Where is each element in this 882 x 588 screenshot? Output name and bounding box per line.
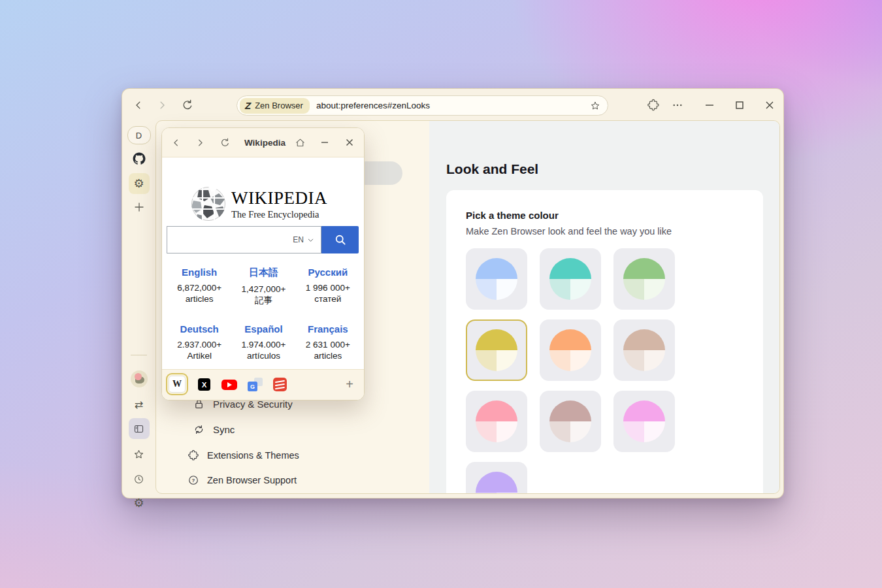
swatch-pie xyxy=(549,400,591,442)
theme-swatch-teal[interactable] xyxy=(540,248,601,310)
settings-content: Look and Feel Pick a theme colour Make Z… xyxy=(429,121,779,493)
panel-back-icon[interactable] xyxy=(168,128,184,157)
bookmarks-star-icon[interactable] xyxy=(122,449,155,460)
wikipedia-search-input[interactable]: EN xyxy=(167,226,321,253)
sidebar-item-sync[interactable]: Sync xyxy=(193,423,235,436)
dock-wikipedia-active[interactable]: W xyxy=(166,373,188,395)
workspace-switch-icon[interactable]: ⇄ xyxy=(122,400,155,410)
panel-dock: W X G + xyxy=(162,369,364,400)
minimize-button[interactable] xyxy=(704,99,715,111)
wiki-language-german[interactable]: Deutsch 2.937.000+ Artikel xyxy=(167,323,231,361)
dock-youtube-icon[interactable] xyxy=(221,380,237,390)
back-icon[interactable] xyxy=(133,99,144,111)
question-icon: ? xyxy=(188,474,199,486)
language-code: EN xyxy=(293,235,304,244)
forward-icon[interactable] xyxy=(156,99,168,111)
panel-minimize-icon[interactable] xyxy=(317,128,333,157)
settings-gear-icon[interactable]: ⚙ xyxy=(122,497,155,509)
theme-swatch-tan[interactable] xyxy=(613,319,675,381)
workspace-sidebar: D ⚙ ⇄ xyxy=(122,120,155,498)
history-clock-icon[interactable] xyxy=(122,474,155,485)
svg-text:?: ? xyxy=(192,478,195,483)
theme-swatch-yellow-selected[interactable] xyxy=(466,319,527,381)
search-icon xyxy=(334,233,347,246)
sidebar-item-label: Zen Browser Support xyxy=(207,475,297,485)
panel-forward-icon[interactable] xyxy=(192,128,208,157)
sidebar-divider xyxy=(131,355,147,355)
card-title: Pick a theme colour xyxy=(466,210,743,221)
theme-swatch-grid xyxy=(466,248,743,494)
site-identity-pill[interactable]: Z Zen Browser xyxy=(240,98,310,114)
sync-icon xyxy=(193,423,205,436)
swatch-pie xyxy=(476,472,517,494)
wikipedia-language-grid: English 6,872,000+ articles 日本語 1,427,00… xyxy=(167,267,360,361)
url-bar[interactable]: Z Zen Browser about:preferences#zenLooks xyxy=(237,95,608,116)
theme-swatch-orange[interactable] xyxy=(540,319,601,381)
wiki-language-french[interactable]: Français 2 631 000+ articles xyxy=(296,323,360,361)
theme-swatch-blue[interactable] xyxy=(466,248,527,310)
wikipedia-w-icon: W xyxy=(169,376,186,393)
panel-close-icon[interactable] xyxy=(342,128,357,157)
workspace-pill[interactable]: D xyxy=(122,126,155,144)
theme-swatch-purple[interactable] xyxy=(466,462,527,494)
dock-add-panel-button[interactable]: + xyxy=(346,377,353,392)
card-subtitle: Make Zen Browser look and feel the way y… xyxy=(466,226,743,237)
sidebar-toggle-active[interactable] xyxy=(122,418,155,439)
dock-translate-icon[interactable]: G xyxy=(248,378,263,391)
swatch-pie xyxy=(549,329,591,371)
theme-swatch-mauve[interactable] xyxy=(540,391,601,452)
wiki-language-russian[interactable]: Русский 1 996 000+ статей xyxy=(296,267,360,306)
swatch-pie xyxy=(476,258,517,300)
swatch-pie xyxy=(623,329,665,371)
swatch-pie xyxy=(476,400,517,442)
language-selector[interactable]: EN xyxy=(293,235,314,244)
site-identity-label: Zen Browser xyxy=(255,101,303,110)
profile-avatar[interactable] xyxy=(122,370,155,387)
panel-home-icon[interactable] xyxy=(292,128,308,157)
zen-logo-icon: Z xyxy=(245,101,251,110)
sidebar-item-label: Sync xyxy=(213,424,235,435)
wiki-language-spanish[interactable]: Español 1.974.000+ artículos xyxy=(231,323,295,361)
swatch-pie xyxy=(549,258,591,300)
web-panel-window: Wikipedia xyxy=(161,127,365,400)
panel-titlebar[interactable]: Wikipedia xyxy=(162,128,364,157)
sidebar-item-support[interactable]: ? Zen Browser Support xyxy=(188,474,297,486)
wikipedia-search-button[interactable] xyxy=(321,226,359,253)
panel-title: Wikipedia xyxy=(244,128,286,157)
swatch-pie xyxy=(623,258,665,300)
theme-swatch-green[interactable] xyxy=(613,248,675,310)
puzzle-icon xyxy=(188,449,199,461)
settings-pinned-tab-active[interactable]: ⚙ xyxy=(122,173,155,194)
swatch-pie xyxy=(623,400,665,442)
new-tab-button[interactable] xyxy=(122,201,155,213)
dock-x-twitter-icon[interactable]: X xyxy=(198,378,210,391)
translate-blue-square: G xyxy=(248,382,257,391)
maximize-button[interactable] xyxy=(734,99,745,111)
panel-reload-icon[interactable] xyxy=(217,128,233,157)
close-button[interactable] xyxy=(764,99,775,111)
avatar-dot xyxy=(135,373,142,380)
wikipedia-wordmark: WIKIPEDIA xyxy=(231,188,327,208)
wiki-language-japanese[interactable]: 日本語 1,427,000+ 記事 xyxy=(231,267,295,306)
dock-todoist-icon[interactable] xyxy=(273,378,287,391)
sidebar-item-extensions-themes[interactable]: Extensions & Themes xyxy=(188,449,299,461)
workspace-letter: D xyxy=(136,131,142,140)
wiki-language-english[interactable]: English 6,872,000+ articles xyxy=(167,267,231,306)
sidebar-item-label: Extensions & Themes xyxy=(207,450,299,461)
theme-swatch-magenta[interactable] xyxy=(613,391,675,452)
theme-colour-card: Pick a theme colour Make Zen Browser loo… xyxy=(446,190,763,494)
github-pinned-tab[interactable] xyxy=(122,152,155,165)
swatch-pie xyxy=(476,329,517,371)
gear-icon: ⚙ xyxy=(133,178,144,189)
page-title: Look and Feel xyxy=(446,161,538,177)
menu-ellipsis-icon[interactable] xyxy=(672,99,683,111)
wikipedia-tagline: The Free Encyclopedia xyxy=(231,209,319,220)
url-text[interactable]: about:preferences#zenLooks xyxy=(316,101,590,110)
play-triangle xyxy=(227,382,232,387)
bookmark-star-icon[interactable] xyxy=(590,101,600,111)
desktop-background: Z Zen Browser about:preferences#zenLooks xyxy=(0,0,882,588)
extensions-puzzle-icon[interactable] xyxy=(647,99,660,112)
reload-icon[interactable] xyxy=(181,99,194,112)
theme-swatch-pink[interactable] xyxy=(466,391,527,452)
sidebar-toggle-icon xyxy=(133,423,144,434)
